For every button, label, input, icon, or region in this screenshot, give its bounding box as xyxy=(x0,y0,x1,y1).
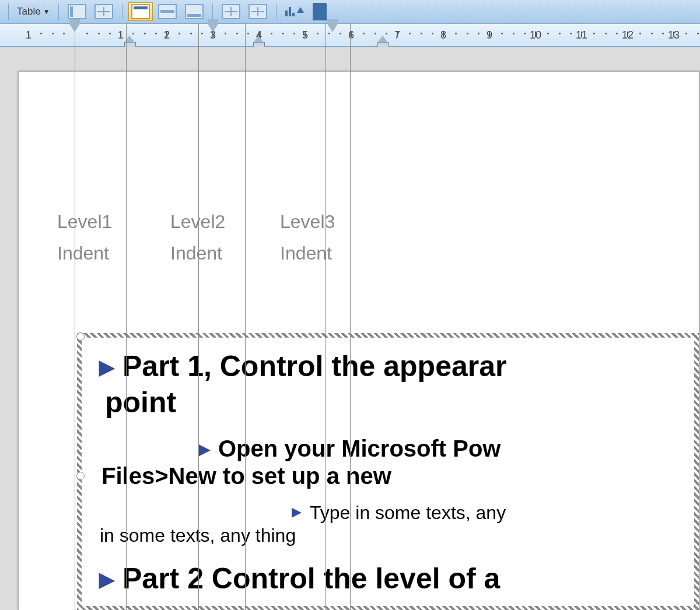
placeholder-content: ▶ Part 1, Control the appearar ▶ point ▶… xyxy=(82,338,694,595)
insert-row-above-icon xyxy=(131,4,150,19)
ruler-minor-tick xyxy=(639,33,641,34)
ruler-major-tick xyxy=(351,31,352,37)
ruler-minor-tick xyxy=(63,33,65,34)
ruler-major-tick xyxy=(166,31,167,37)
ruler-minor-tick xyxy=(98,33,100,34)
ruler-minor-tick xyxy=(144,33,146,34)
toolbar-options-button[interactable] xyxy=(313,3,327,20)
split-cells-button[interactable] xyxy=(92,2,116,21)
bullet-level2[interactable]: ▶ Open your Microsoft Pow xyxy=(198,436,694,462)
ruler-minor-tick xyxy=(616,33,618,34)
ruler-minor-tick xyxy=(605,33,607,34)
bullet-icon: ▶ xyxy=(99,355,114,378)
indent-level-text: Level3 xyxy=(280,206,335,237)
insert-row-below-icon xyxy=(185,4,204,19)
level2-text-cont: Files>New to set up a new xyxy=(102,463,391,489)
ruler-minor-tick xyxy=(271,33,272,34)
ruler-minor-tick xyxy=(201,33,203,34)
indent-guide-line xyxy=(198,23,199,610)
ruler-minor-tick xyxy=(432,33,433,34)
sort-button[interactable] xyxy=(282,2,307,21)
merge-cells-button[interactable] xyxy=(65,2,89,21)
distribute-cols-button[interactable] xyxy=(246,2,270,21)
toolbar-separator xyxy=(212,3,213,20)
bullet-level3-cont[interactable]: ▶ in some texts, any thing xyxy=(82,525,694,546)
bullet-level3[interactable]: ▶ Type in some texts, any xyxy=(292,502,694,524)
toolbar-separator xyxy=(276,3,276,20)
ruler-minor-tick xyxy=(559,33,561,34)
ruler-minor-tick xyxy=(455,33,457,34)
first-line-indent-marker[interactable] xyxy=(327,24,338,32)
ruler-minor-tick xyxy=(225,33,226,34)
ruler-minor-tick xyxy=(409,33,411,34)
dropdown-icon: ▼ xyxy=(43,8,50,16)
ruler-minor-tick xyxy=(685,33,687,34)
bullet-level1-cont[interactable]: ▶ point xyxy=(82,385,694,419)
ruler-minor-tick xyxy=(478,33,480,34)
toolbar-separator xyxy=(8,3,9,20)
ruler-major-tick xyxy=(212,31,214,37)
ruler-minor-tick xyxy=(40,33,42,34)
indent-word-text: Indent xyxy=(57,237,112,269)
ruler-minor-tick xyxy=(697,33,699,34)
toolbar-separator xyxy=(122,3,123,20)
bullet-level2-cont[interactable]: ▶ Files>New to set up a new xyxy=(82,463,694,489)
ruler-minor-tick xyxy=(52,33,54,34)
resize-handle-top-left[interactable] xyxy=(76,332,85,341)
table-menu[interactable]: Table ▼ xyxy=(13,3,54,20)
ruler-minor-tick xyxy=(178,33,180,34)
table-menu-label: Table xyxy=(17,6,41,17)
first-line-indent-marker[interactable] xyxy=(208,24,218,32)
ruler-minor-tick xyxy=(109,33,111,34)
toolbar: Table ▼ xyxy=(0,0,700,24)
bullet-icon: ▶ xyxy=(292,504,302,520)
indent-label: Level1Indent xyxy=(57,206,112,269)
ruler-minor-tick xyxy=(513,33,514,34)
indent-guide-line xyxy=(245,23,246,610)
ruler-major-tick xyxy=(489,31,490,37)
ruler-minor-tick xyxy=(363,33,365,34)
distribute-cols-icon xyxy=(249,4,267,19)
ruler-minor-tick xyxy=(190,33,192,34)
level1-text-part2: Part 2 Control the level of a xyxy=(123,562,500,595)
insert-row-below-button[interactable] xyxy=(182,2,206,21)
ruler-major-tick xyxy=(120,31,121,37)
ruler-minor-tick xyxy=(86,33,88,34)
toolbar-separator xyxy=(58,3,59,20)
ruler-major-tick xyxy=(28,31,29,37)
bullet-level1[interactable]: ▶ Part 1, Control the appearar xyxy=(99,349,694,383)
indent-word-text: Indent xyxy=(280,237,335,269)
insert-row-middle-icon xyxy=(158,4,177,19)
ruler-minor-tick xyxy=(547,33,549,34)
level3-text: Type in some texts, any xyxy=(310,502,506,524)
ruler-minor-tick xyxy=(501,33,503,34)
ruler-minor-tick xyxy=(570,33,572,34)
text-placeholder[interactable]: ▶ Part 1, Control the appearar ▶ point ▶… xyxy=(77,333,699,610)
ruler-minor-tick xyxy=(317,33,318,34)
ruler-minor-tick xyxy=(293,33,295,34)
ruler-minor-tick xyxy=(155,33,157,34)
ruler-minor-tick xyxy=(374,33,376,34)
ruler-minor-tick xyxy=(593,33,595,34)
ruler-minor-tick xyxy=(467,33,468,34)
bullet-level1-part2[interactable]: ▶ Part 2 Control the level of a xyxy=(99,562,694,595)
indent-guide-line xyxy=(126,23,127,610)
level2-text: Open your Microsoft Pow xyxy=(218,436,501,462)
indent-guide-line xyxy=(350,23,351,610)
sort-icon xyxy=(285,7,304,16)
resize-handle-mid-left[interactable] xyxy=(76,472,85,480)
merge-cells-icon xyxy=(68,4,86,19)
indent-label: Level3Indent xyxy=(280,206,335,269)
distribute-rows-button[interactable] xyxy=(219,2,243,21)
ruler-minor-tick xyxy=(247,33,249,34)
ruler-major-tick xyxy=(304,31,306,37)
distribute-rows-icon xyxy=(222,4,240,19)
ruler-minor-tick xyxy=(651,33,653,34)
split-cells-icon xyxy=(94,4,113,19)
ruler-major-tick xyxy=(397,31,398,37)
insert-row-above-button[interactable] xyxy=(128,2,153,21)
ruler-minor-tick xyxy=(421,33,422,34)
level1-text-cont: point xyxy=(105,385,176,419)
ruler-minor-tick xyxy=(282,33,284,34)
insert-row-middle-button[interactable] xyxy=(155,2,180,21)
